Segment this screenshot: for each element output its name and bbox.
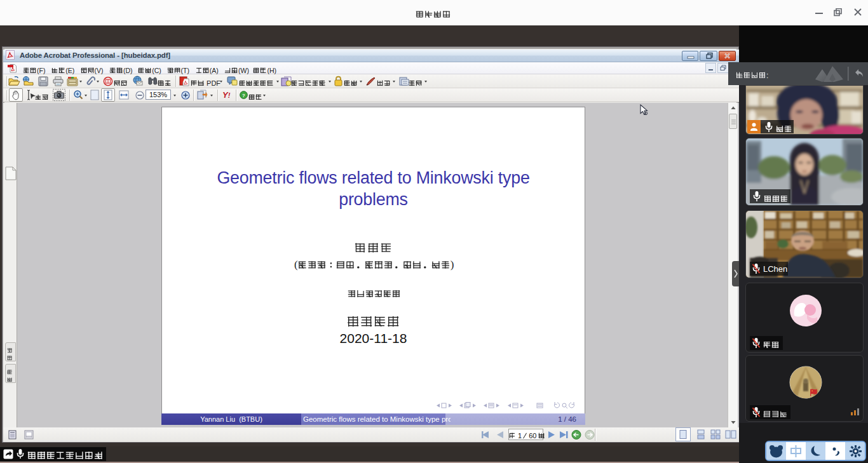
svg-text:?: ? [242,93,245,98]
